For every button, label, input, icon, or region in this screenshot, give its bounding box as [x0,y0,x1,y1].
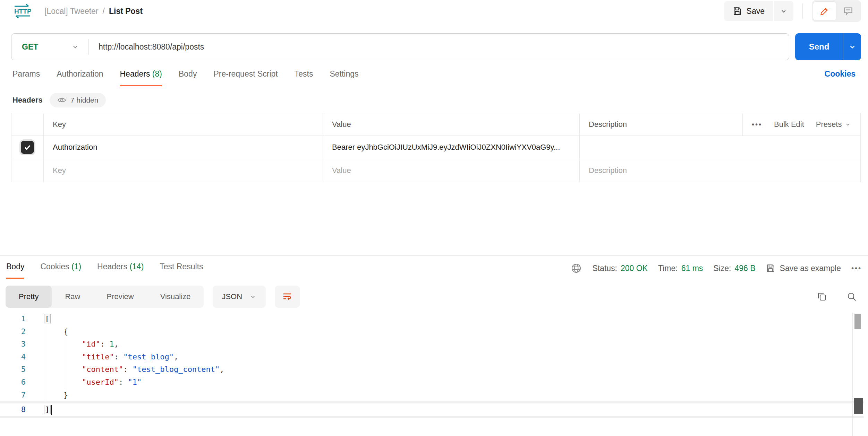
response-tab-test-results[interactable]: Test Results [160,262,203,279]
code-text: [ [26,313,51,325]
response-tab-cookies[interactable]: Cookies (1) [40,262,81,279]
response-tabs: Body Cookies (1) Headers (14) Test Resul… [6,262,203,279]
url-input[interactable]: http://localhost:8080/api/posts [89,42,789,52]
save-as-example-label: Save as example [780,264,841,273]
headers-section-title: Headers [12,96,43,105]
time-badge[interactable]: Time: 61 ms [658,264,703,273]
chevron-down-icon [71,43,79,51]
tab-label: Tests [295,69,313,78]
chevron-down-icon [249,293,257,300]
tab-label: Params [12,69,40,78]
code-lines: 1[2 {3 "id": 1,4 "title": "test_blog",5 … [0,313,868,418]
response-meta: Status: 200 OK Time: 61 ms Size: 496 B [571,262,862,274]
tab-tests[interactable]: Tests [295,69,313,85]
pane-scrollbar-thumb[interactable] [854,398,863,414]
line-number: 1 [0,313,26,325]
size-label: Size: [713,264,731,273]
tab-pre-request-script[interactable]: Pre-request Script [213,69,278,85]
code-text: } [26,389,68,402]
save-button-group: Save [724,1,793,21]
editor-scrollbar-thumb[interactable] [854,314,861,329]
row-checkbox-checked[interactable] [21,141,34,154]
status-badge[interactable]: Status: 200 OK [592,264,648,273]
edit-comment-toggle [812,0,861,22]
globe-icon[interactable] [571,263,582,274]
tab-headers[interactable]: Headers (8) [120,69,162,86]
chevron-down-icon [848,42,857,51]
breadcrumb: [Local] Tweeter / List Post [44,7,143,16]
request-url-bar: GET http://localhost:8080/api/posts [11,33,789,60]
line-number: 5 [0,363,26,376]
more-actions-icon[interactable]: ••• [752,121,762,129]
comment-icon [843,6,853,16]
code-line[interactable]: 2 { [0,325,868,338]
cookies-link[interactable]: Cookies [825,69,856,79]
view-tab-visualize[interactable]: Visualize [147,286,204,308]
code-line[interactable]: 8] [0,401,864,418]
copy-icon[interactable] [817,291,827,302]
save-button-label: Save [747,7,765,16]
presets-label: Presets [816,120,842,129]
header-description-cell[interactable] [580,136,861,159]
value-placeholder[interactable]: Value [323,159,580,182]
send-options-button[interactable] [843,33,861,60]
key-placeholder[interactable]: Key [44,159,323,182]
tab-body[interactable]: Body [179,69,197,85]
view-tab-raw[interactable]: Raw [52,286,93,308]
view-tab-pretty[interactable]: Pretty [6,286,52,308]
code-line[interactable]: 6 "userId": "1" [0,376,868,389]
headers-section-header: Headers 7 hidden [12,93,106,107]
description-placeholder[interactable]: Description [580,159,861,182]
method-label: GET [22,42,38,52]
breadcrumb-request-name[interactable]: List Post [109,7,143,16]
table-actions-cell: ••• Bulk Edit Presets [743,113,861,136]
response-body-editor[interactable]: 1[2 {3 "id": 1,4 "title": "test_blog",5 … [0,313,868,436]
tab-count: (1) [71,262,81,271]
wrap-lines-icon [282,291,293,302]
code-line[interactable]: 3 "id": 1, [0,338,868,351]
floppy-icon [733,7,742,16]
bulk-edit-button[interactable]: Bulk Edit [774,120,804,129]
line-number: 8 [0,403,26,416]
floppy-icon [766,264,775,273]
row-checkbox-cell [11,136,44,159]
edit-mode-button[interactable] [813,2,836,20]
format-dropdown[interactable]: JSON [213,286,266,308]
code-line[interactable]: 1[ [0,313,868,325]
comments-button[interactable] [837,2,860,20]
tab-authorization[interactable]: Authorization [57,69,103,85]
presets-dropdown[interactable]: Presets [816,120,852,129]
method-dropdown[interactable]: GET [11,42,88,52]
code-text: "title": "test_blog", [26,351,178,364]
hidden-headers-label: 7 hidden [70,96,99,104]
save-options-button[interactable] [774,1,793,21]
wrap-lines-button[interactable] [275,286,300,308]
response-more-actions-icon[interactable]: ••• [851,264,862,272]
header-key-cell[interactable]: Authorization [44,136,323,159]
response-tab-body[interactable]: Body [6,262,24,279]
tab-label: Test Results [160,262,203,271]
send-button[interactable]: Send [795,33,843,60]
breadcrumb-collection[interactable]: [Local] Tweeter [44,7,99,16]
request-builder: GET http://localhost:8080/api/posts Send [11,33,861,60]
hidden-headers-toggle[interactable]: 7 hidden [50,93,106,107]
code-line[interactable]: 5 "content": "test_blog_content", [0,363,868,376]
response-tab-headers[interactable]: Headers (14) [97,262,144,279]
code-line[interactable]: 7 } [0,389,868,402]
view-tab-preview[interactable]: Preview [93,286,147,308]
tab-settings[interactable]: Settings [330,69,358,85]
code-line[interactable]: 4 "title": "test_blog", [0,351,868,364]
search-icon[interactable] [846,291,857,302]
code-text: { [26,325,68,338]
save-as-example-button[interactable]: Save as example [766,264,841,273]
time-label: Time: [658,264,678,273]
size-badge[interactable]: Size: 496 B [713,264,755,273]
size-value: 496 B [734,264,755,273]
select-all-cell[interactable] [11,113,44,136]
tab-label: Cookies [40,262,69,271]
header-value-cell[interactable]: Bearer eyJhbGciOiJIUzUxMiJ9.eyJzdWIiOiJ0… [323,136,580,159]
tab-params[interactable]: Params [12,69,40,85]
code-text: ] [26,403,52,416]
save-button[interactable]: Save [724,1,773,21]
tab-label: Authorization [57,69,103,78]
